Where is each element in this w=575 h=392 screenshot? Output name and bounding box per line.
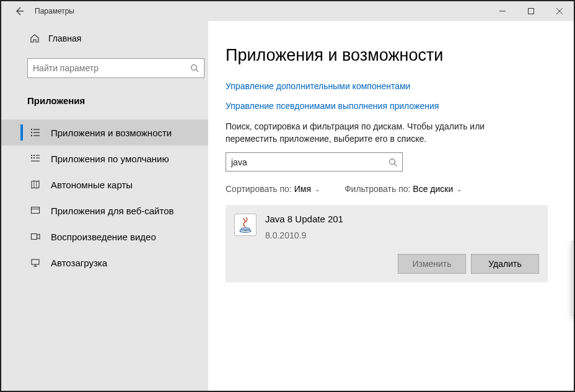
sidebar-item-label: Приложения и возможности bbox=[51, 128, 172, 138]
uninstall-button[interactable]: Удалить bbox=[471, 254, 539, 274]
svg-rect-14 bbox=[31, 157, 32, 159]
svg-point-4 bbox=[191, 65, 197, 71]
sidebar-item-label: Воспроизведение видео bbox=[51, 232, 156, 242]
video-icon bbox=[30, 231, 41, 242]
sidebar-item-label: Приложения по умолчанию bbox=[51, 154, 169, 164]
svg-rect-13 bbox=[33, 155, 35, 156]
sidebar-nav: Приложения и возможности Приложения по у… bbox=[1, 111, 208, 276]
page-title: Приложения и возможности bbox=[226, 46, 556, 65]
svg-rect-1 bbox=[529, 9, 534, 14]
sidebar-item-default-apps[interactable]: Приложения по умолчанию bbox=[1, 146, 208, 172]
svg-rect-8 bbox=[31, 135, 32, 136]
svg-rect-6 bbox=[31, 129, 32, 130]
svg-rect-24 bbox=[32, 259, 39, 264]
website-icon bbox=[30, 205, 41, 216]
filter-value: java bbox=[231, 157, 247, 167]
content-area: Приложения и возможности Управление допо… bbox=[208, 21, 574, 391]
sidebar-item-apps-features[interactable]: Приложения и возможности bbox=[1, 120, 208, 146]
svg-point-27 bbox=[390, 159, 395, 164]
svg-rect-23 bbox=[32, 234, 37, 240]
app-version: 8.0.2010.9 bbox=[265, 230, 343, 240]
chevron-down-icon: ⌄ bbox=[315, 186, 320, 193]
search-icon bbox=[190, 64, 199, 72]
startup-icon bbox=[30, 257, 41, 268]
sidebar-item-startup[interactable]: Автозагрузка bbox=[1, 250, 208, 276]
app-name: Java 8 Update 201 bbox=[265, 214, 343, 224]
svg-rect-7 bbox=[31, 132, 32, 133]
svg-rect-15 bbox=[33, 157, 35, 159]
home-icon bbox=[30, 33, 40, 43]
link-optional-features[interactable]: Управление дополнительными компонентами bbox=[226, 81, 556, 91]
search-icon bbox=[388, 158, 397, 167]
svg-rect-21 bbox=[32, 207, 40, 214]
uninstall-confirm-popup: Это приложение и все его данные будут уд… bbox=[572, 241, 575, 316]
sort-by-dropdown[interactable]: Сортировать по: Имя⌄ bbox=[226, 184, 320, 194]
svg-line-5 bbox=[196, 69, 198, 72]
back-button[interactable] bbox=[9, 6, 30, 16]
window-title: Параметры bbox=[30, 7, 74, 15]
svg-point-30 bbox=[240, 230, 251, 232]
defaults-icon bbox=[30, 153, 41, 164]
sidebar-item-video-playback[interactable]: Воспроизведение видео bbox=[1, 224, 208, 250]
description-text: Поиск, сортировка и фильтрация по дискам… bbox=[226, 121, 523, 145]
close-button[interactable] bbox=[545, 1, 574, 21]
maximize-button[interactable] bbox=[517, 1, 545, 21]
list-icon bbox=[30, 127, 41, 138]
search-input[interactable]: Найти параметр bbox=[27, 58, 204, 78]
sidebar-item-label: Автономные карты bbox=[51, 180, 133, 190]
titlebar: Параметры bbox=[1, 1, 574, 21]
app-filter-input[interactable]: java bbox=[226, 152, 403, 172]
minimize-button[interactable] bbox=[488, 1, 517, 21]
sidebar: Главная Найти параметр Приложения Прилож… bbox=[1, 21, 208, 391]
svg-rect-12 bbox=[31, 155, 32, 156]
sidebar-home-label: Главная bbox=[48, 33, 81, 43]
sidebar-item-apps-websites[interactable]: Приложения для веб-сайтов bbox=[1, 198, 208, 224]
search-placeholder: Найти параметр bbox=[33, 63, 99, 73]
filter-by-dropdown[interactable]: Фильтровать по: Все диски⌄ bbox=[345, 184, 462, 194]
sidebar-home[interactable]: Главная bbox=[1, 30, 208, 47]
sidebar-item-label: Автозагрузка bbox=[51, 258, 107, 268]
sidebar-item-offline-maps[interactable]: Автономные карты bbox=[1, 172, 208, 198]
link-execution-aliases[interactable]: Управление псевдонимами выполнения прило… bbox=[226, 101, 556, 111]
java-icon bbox=[234, 214, 257, 236]
window-controls bbox=[488, 1, 574, 21]
chevron-down-icon: ⌄ bbox=[457, 186, 462, 193]
svg-line-28 bbox=[394, 163, 397, 166]
sidebar-section-title: Приложения bbox=[1, 81, 208, 111]
app-card[interactable]: Java 8 Update 201 8.0.2010.9 Изменить Уд… bbox=[226, 205, 548, 282]
map-icon bbox=[30, 179, 41, 190]
modify-button: Изменить bbox=[398, 254, 466, 274]
sidebar-item-label: Приложения для веб-сайтов bbox=[51, 206, 174, 216]
